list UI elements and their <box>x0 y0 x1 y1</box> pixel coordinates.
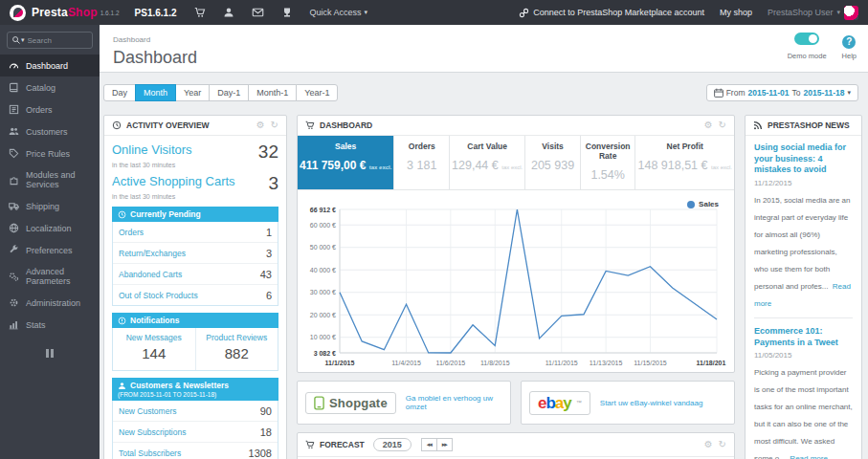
shopgate-module-ad[interactable]: Shopgate Ga mobiel en verhoog uw omzet <box>297 381 511 425</box>
range-year-1-button[interactable]: Year-1 <box>296 84 338 101</box>
exclamation-icon <box>118 317 126 325</box>
user-menu[interactable]: PrestaShop User ▾ <box>768 6 858 20</box>
sidebar-item-price-rules[interactable]: Price Rules <box>0 142 100 164</box>
globe-icon <box>9 223 19 233</box>
sidebar-item-preferences[interactable]: Preferences <box>0 239 100 261</box>
forecast-year: 2015 <box>373 438 412 451</box>
chart-legend-dot <box>687 201 695 208</box>
online-visitors-link[interactable]: Online Visitors <box>112 142 192 157</box>
wrench-icon <box>9 245 19 255</box>
sidebar-search[interactable]: ▾ <box>7 32 93 49</box>
news-article-excerpt: In 2015, social media are an integral pa… <box>754 196 851 291</box>
pending-row-out-of-stock[interactable]: Out of Stock Products6 <box>113 285 278 305</box>
ebay-module-ad[interactable]: ebay ™ Start uw eBay-winkel vandaag <box>521 381 735 425</box>
sidebar-item-dashboard[interactable]: Dashboard <box>0 55 100 76</box>
range-year-button[interactable]: Year <box>175 84 210 101</box>
brand-version: 1.6.1.2 <box>100 10 120 16</box>
panel-refresh-icon[interactable]: ↻ <box>271 120 278 130</box>
list-icon <box>9 104 19 115</box>
demo-mode-toggle[interactable] <box>794 33 819 45</box>
range-day-1-button[interactable]: Day-1 <box>209 84 249 101</box>
new-messages-cell[interactable]: New Messages 144 <box>113 328 195 370</box>
read-more-link[interactable]: Read more <box>790 454 828 459</box>
customer-notifications-icon[interactable] <box>223 7 234 18</box>
notifications-header: Notifications <box>112 313 278 328</box>
sidebar: ▾ Dashboard Catalog Orders Customers Pri… <box>0 25 100 459</box>
kpi-visits[interactable]: Visits 205 939 <box>524 136 580 189</box>
sidebar-item-shipping[interactable]: Shipping <box>0 195 100 217</box>
pending-row-returns[interactable]: Return/Exchanges3 <box>113 243 278 264</box>
kpi-sales[interactable]: Sales 411 759,00 € tax excl. <box>298 136 393 189</box>
breadcrumb[interactable]: Dashboard <box>113 35 150 44</box>
my-shop-link[interactable]: My shop <box>720 8 752 17</box>
marketplace-connect-link[interactable]: Connect to PrestaShop Marketplace accoun… <box>519 8 704 18</box>
panel-settings-icon[interactable]: ⚙ <box>704 440 713 449</box>
panel-title: ACTIVITY OVERVIEW <box>126 120 210 130</box>
sidebar-nav: Dashboard Catalog Orders Customers Price… <box>0 55 100 336</box>
total-subscribers-row[interactable]: Total Subscribers1308 <box>113 443 278 459</box>
forecast-prev-button[interactable]: ◂◂ <box>421 438 437 451</box>
new-customers-row[interactable]: New Customers90 <box>113 401 278 422</box>
pending-row-abandoned-carts[interactable]: Abandoned Carts43 <box>113 264 278 285</box>
svg-text:10 000 €: 10 000 € <box>310 334 336 340</box>
user-icon <box>118 382 126 390</box>
product-reviews-cell[interactable]: Product Reviews 882 <box>195 328 278 370</box>
panel-settings-icon[interactable]: ⚙ <box>704 120 713 130</box>
forecast-next-button[interactable]: ▸▸ <box>436 438 453 451</box>
sidebar-item-administration[interactable]: Administration <box>0 292 100 314</box>
kpi-net-profit[interactable]: Net Profit 148 918,51 € tax excl. <box>634 136 734 189</box>
panel-refresh-icon[interactable]: ↻ <box>719 120 726 130</box>
sidebar-item-advanced-parameters[interactable]: Advanced Parameters <box>0 261 100 292</box>
bar-chart-icon <box>9 319 19 330</box>
messages-icon[interactable] <box>252 7 264 18</box>
sidebar-collapse-button[interactable] <box>0 349 100 358</box>
sidebar-item-stats[interactable]: Stats <box>0 314 100 336</box>
svg-text:20 000 €: 20 000 € <box>310 312 336 318</box>
svg-text:66 912 €: 66 912 € <box>310 207 336 213</box>
range-day-button[interactable]: Day <box>103 84 136 101</box>
pending-row-orders[interactable]: Orders1 <box>113 222 278 243</box>
sidebar-item-localization[interactable]: Localization <box>0 217 100 239</box>
help-icon[interactable]: ? <box>842 35 856 49</box>
range-month-1-button[interactable]: Month-1 <box>248 84 297 101</box>
cart-icon <box>305 440 315 449</box>
cart-notifications-icon[interactable] <box>194 7 206 18</box>
panel-title: FORECAST <box>320 440 365 449</box>
customers-newsletters-header: Customers & Newsletters (FROM 2015-11-01… <box>112 378 278 401</box>
sidebar-item-orders[interactable]: Orders <box>0 98 100 120</box>
shopgate-logo: Shopgate <box>305 392 396 414</box>
date-range-picker[interactable]: From2015-11-01 To2015-11-18 ▾ <box>706 84 858 101</box>
dashboard-panel: DASHBOARD ⚙ ↻ Sales 411 759,00 € tax exc… <box>297 115 735 373</box>
new-subscriptions-row[interactable]: New Subscriptions18 <box>113 422 278 443</box>
kpi-conversion-rate[interactable]: Conversion Rate 1.54% <box>580 136 635 189</box>
range-month-button[interactable]: Month <box>135 84 176 101</box>
svg-text:11/11/2015: 11/11/2015 <box>545 360 578 366</box>
currently-pending-header: Currently Pending <box>112 207 278 222</box>
prestashop-logo-icon[interactable] <box>10 5 26 21</box>
calendar-icon <box>714 88 723 98</box>
sidebar-item-customers[interactable]: Customers <box>0 120 100 142</box>
svg-text:11/18/201: 11/18/201 <box>697 360 726 366</box>
trophy-icon[interactable] <box>281 7 293 18</box>
news-article-title[interactable]: Using social media for your business: 4 … <box>754 142 853 176</box>
kpi-orders[interactable]: Orders 3 181 <box>393 136 449 189</box>
news-article-excerpt: Picking a payment provider is one of the… <box>754 368 853 459</box>
quick-access-menu[interactable]: Quick Access▾ <box>310 8 368 17</box>
gear-icon <box>9 297 19 308</box>
demo-mode-control: Demo mode <box>788 32 827 60</box>
book-icon <box>9 82 19 93</box>
forecast-panel: FORECAST 2015 ◂◂ ▸▸ ⚙ ↻ Traffic Conversi… <box>297 432 735 459</box>
panel-settings-icon[interactable]: ⚙ <box>256 120 265 130</box>
sales-line-chart: 66 912 €60 000 €50 000 €40 000 €30 000 €… <box>300 196 730 370</box>
svg-text:11/6/2015: 11/6/2015 <box>436 360 466 366</box>
svg-text:50 000 €: 50 000 € <box>310 244 336 251</box>
active-carts-link[interactable]: Active Shopping Carts <box>112 174 235 188</box>
kpi-cart-value[interactable]: Cart Value 129,44 € tax excl. <box>449 136 524 189</box>
page-header: Dashboard Dashboard Demo mode ? Help <box>100 25 868 73</box>
news-article-title[interactable]: Ecommerce 101: Payments in a Tweet <box>754 326 853 348</box>
date-to: 2015-11-18 <box>803 88 844 98</box>
sidebar-item-catalog[interactable]: Catalog <box>0 76 100 98</box>
panel-refresh-icon[interactable]: ↻ <box>719 440 726 449</box>
sidebar-item-modules[interactable]: Modules and Services <box>0 164 100 195</box>
search-input[interactable] <box>28 36 79 45</box>
